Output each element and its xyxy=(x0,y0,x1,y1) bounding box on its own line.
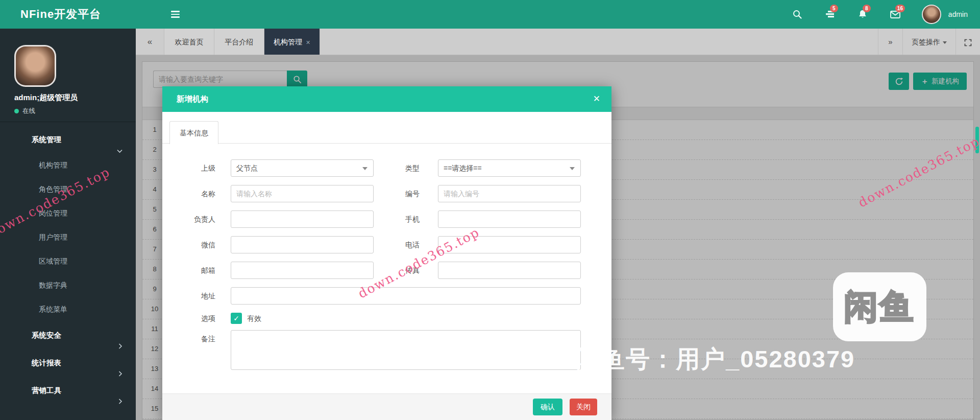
parent-select-value: 父节点 xyxy=(231,160,373,176)
online-dot-icon xyxy=(14,109,19,113)
sidebar-submenu: 机构管理角色管理岗位管理用户管理区域管理数据字典系统菜单 xyxy=(0,153,136,321)
manager-label: 负责人 xyxy=(178,211,215,228)
code-input[interactable] xyxy=(438,185,581,202)
notifications-bell-icon[interactable]: 8 xyxy=(856,8,869,20)
menu-parent-label: 营销工具 xyxy=(32,386,61,394)
manager-input[interactable] xyxy=(231,211,374,228)
sidebar-item-system-security[interactable]: 系统安全 xyxy=(0,321,136,349)
close-button[interactable]: 关闭 xyxy=(570,399,597,415)
navbar-actions: 5 8 16 admin xyxy=(791,5,980,24)
modal-header: 新增机构 ✕ xyxy=(162,86,611,112)
fax-label: 传真 xyxy=(382,262,420,279)
name-label: 名称 xyxy=(178,185,215,202)
tab-basic-info[interactable]: 基本信息 xyxy=(169,121,218,144)
phone-label: 电话 xyxy=(382,236,420,253)
remark-textarea[interactable] xyxy=(231,330,581,370)
sidebar-username: admin;超级管理员 xyxy=(14,93,78,103)
sidebar-avatar xyxy=(14,45,56,87)
sidebar-divider xyxy=(0,122,136,122)
messages-badge: 16 xyxy=(895,5,905,12)
sidebar-item-statistics-reports[interactable]: 统计报表 xyxy=(0,349,136,377)
sidebar-subitem[interactable]: 角色管理 xyxy=(0,177,136,201)
search-icon[interactable] xyxy=(791,8,803,20)
app-logo: NFine开发平台 xyxy=(20,7,101,22)
sidebar-subitem[interactable]: 区域管理 xyxy=(0,249,136,273)
parent-select[interactable]: 父节点 xyxy=(231,159,374,177)
tab-bar: « 欢迎首页 平台介绍 机构管理✕ » 页签操作 xyxy=(136,29,980,55)
modal-close-icon[interactable]: ✕ xyxy=(593,86,600,112)
tasks-icon[interactable]: 5 xyxy=(824,8,836,20)
online-status: 在线 xyxy=(14,107,35,115)
modal-footer: 确认 关闭 xyxy=(162,393,611,420)
tab-platform-intro[interactable]: 平台介绍 xyxy=(214,29,264,55)
modal-title: 新增机构 xyxy=(177,86,208,112)
type-select[interactable]: ==请选择== xyxy=(438,159,581,177)
username-label[interactable]: admin xyxy=(948,10,968,18)
tabs-scroll-left-button[interactable]: « xyxy=(136,29,164,55)
options-label: 选项 xyxy=(178,310,215,327)
tab-actions-dropdown[interactable]: 页签操作 xyxy=(902,29,955,55)
close-tab-icon[interactable]: ✕ xyxy=(306,39,310,45)
tabbar-spacer xyxy=(320,29,878,55)
address-label: 地址 xyxy=(178,287,215,305)
fullscreen-icon[interactable] xyxy=(955,29,980,55)
caret-down-icon xyxy=(570,167,575,170)
sidebar-menu: 系统管理 机构管理角色管理岗位管理用户管理区域管理数据字典系统菜单 系统安全 统… xyxy=(0,126,136,404)
messages-envelope-icon[interactable]: 16 xyxy=(889,8,901,20)
sidebar-subitem[interactable]: 用户管理 xyxy=(0,225,136,249)
sidebar-subitem[interactable]: 机构管理 xyxy=(0,153,136,177)
chevron-right-icon xyxy=(118,388,122,415)
code-label: 编号 xyxy=(382,185,420,202)
tab-org-management[interactable]: 机构管理✕ xyxy=(264,29,320,55)
confirm-button[interactable]: 确认 xyxy=(533,399,562,415)
scrollbar-thumb[interactable] xyxy=(975,127,979,153)
fax-input[interactable] xyxy=(438,262,581,279)
app-window: NFine开发平台 5 8 16 admin admin;超级管理员 xyxy=(0,0,980,420)
wechat-label: 微信 xyxy=(178,236,215,253)
type-label: 类型 xyxy=(382,159,420,177)
caret-down-icon xyxy=(362,167,368,170)
online-status-label: 在线 xyxy=(22,107,35,115)
wechat-input[interactable] xyxy=(231,236,374,253)
address-input[interactable] xyxy=(231,287,581,305)
sidebar-subitem[interactable]: 系统菜单 xyxy=(0,297,136,321)
sidebar-toggle-icon[interactable] xyxy=(165,5,185,24)
mobile-label: 手机 xyxy=(382,211,420,228)
tabs-scroll-right-button[interactable]: » xyxy=(878,29,902,55)
caret-down-icon xyxy=(943,41,947,44)
tab-actions-label: 页签操作 xyxy=(912,38,940,46)
remark-label: 备注 xyxy=(178,330,215,347)
valid-checkbox[interactable]: ✓ xyxy=(231,313,242,324)
sidebar-item-system-management[interactable]: 系统管理 xyxy=(0,126,136,153)
menu-parent-label: 统计报表 xyxy=(32,359,61,367)
email-label: 邮箱 xyxy=(178,262,215,279)
tasks-badge: 5 xyxy=(830,5,838,12)
parent-label: 上级 xyxy=(178,159,215,177)
menu-parent-label: 系统安全 xyxy=(32,331,61,339)
sidebar: admin;超级管理员 在线 系统管理 机构管理角色管理岗位管理用户管理区域管理… xyxy=(0,29,136,420)
valid-checkbox-label: 有效 xyxy=(247,313,261,324)
tab-welcome-home[interactable]: 欢迎首页 xyxy=(164,29,214,55)
sidebar-item-marketing-tools[interactable]: 营销工具 xyxy=(0,377,136,404)
phone-input[interactable] xyxy=(438,236,581,253)
user-avatar[interactable] xyxy=(922,5,941,24)
notifications-badge: 8 xyxy=(863,5,871,12)
modal-tab-strip: 基本信息 xyxy=(162,112,611,144)
type-select-value: ==请选择== xyxy=(438,160,580,176)
menu-parent-label: 系统管理 xyxy=(32,135,61,144)
chevron-down-icon xyxy=(117,137,122,165)
mobile-input[interactable] xyxy=(438,211,581,228)
sidebar-subitem[interactable]: 数据字典 xyxy=(0,273,136,297)
email-input[interactable] xyxy=(231,262,374,279)
modal-form: 上级 父节点 类型 ==请选择== 名称 编号 负责人 手机 微信 电话 邮 xyxy=(162,144,611,393)
new-org-modal: 新增机构 ✕ 基本信息 上级 父节点 类型 ==请选择== 名称 编号 负责人 … xyxy=(162,86,611,420)
name-input[interactable] xyxy=(231,185,374,202)
top-navbar: NFine开发平台 5 8 16 admin xyxy=(0,0,980,29)
sidebar-subitem[interactable]: 岗位管理 xyxy=(0,201,136,225)
tab-label: 机构管理 xyxy=(274,38,302,46)
